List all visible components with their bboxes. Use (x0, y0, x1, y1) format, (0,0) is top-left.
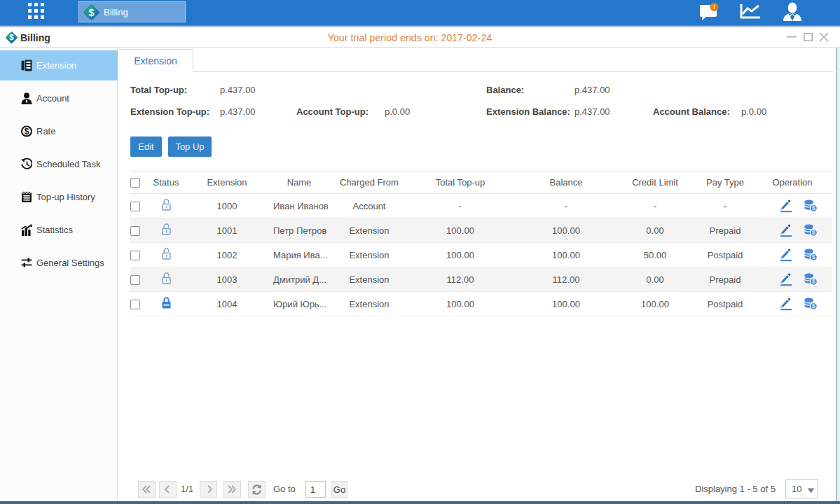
svg-text:$: $ (25, 127, 29, 136)
svg-text:$: $ (88, 6, 95, 18)
svg-text:!: ! (713, 4, 715, 10)
